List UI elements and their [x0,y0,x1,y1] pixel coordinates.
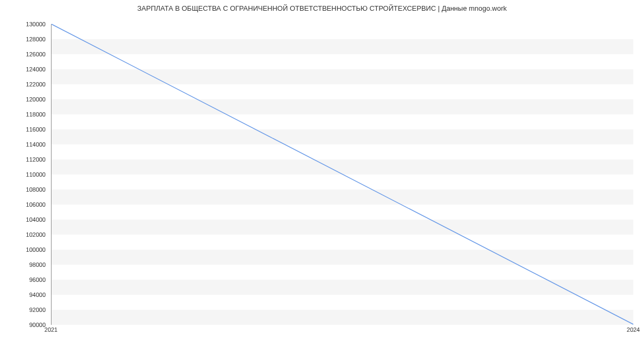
y-tick-label: 96000 [29,277,46,283]
y-tick-label: 114000 [26,141,46,148]
y-tick-label: 100000 [26,246,46,253]
y-tick-label: 112000 [26,156,46,163]
y-tick-label: 116000 [26,126,46,133]
chart-title: ЗАРПЛАТА В ОБЩЕСТВА С ОГРАНИЧЕННОЙ ОТВЕТ… [0,4,644,12]
y-tick-label: 124000 [26,66,46,72]
y-tick-label: 128000 [26,36,46,42]
chart-line-svg [52,24,633,324]
x-tick-label: 2021 [45,326,57,333]
y-tick-label: 104000 [26,216,46,223]
y-tick-label: 108000 [26,186,46,193]
y-tick-label: 126000 [26,51,46,57]
x-tick-label: 2024 [627,326,640,333]
x-axis: 20212024 [51,326,633,343]
y-tick-label: 94000 [29,292,46,298]
y-tick-label: 110000 [26,171,46,178]
y-axis: 9000092000940009600098000100000102000104… [0,24,48,325]
y-tick-label: 106000 [26,201,46,208]
y-tick-label: 90000 [29,322,46,328]
y-tick-label: 122000 [26,81,46,88]
plot-area [51,24,633,325]
y-tick-label: 130000 [26,21,46,27]
y-tick-label: 98000 [29,261,46,268]
y-tick-label: 120000 [26,96,46,103]
y-tick-label: 118000 [26,111,46,118]
y-tick-label: 92000 [29,307,46,313]
data-line [52,24,633,324]
y-tick-label: 102000 [26,231,46,238]
